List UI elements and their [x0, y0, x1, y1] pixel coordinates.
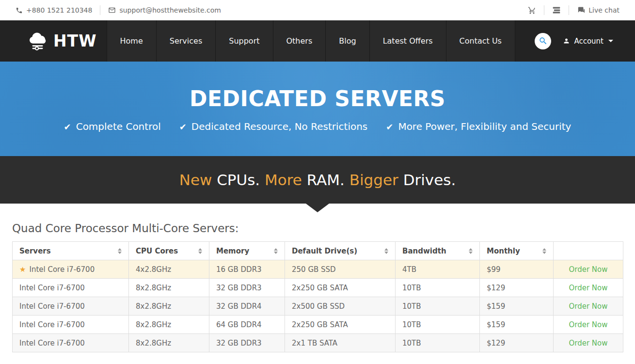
table-row: Intel Core i7-6700 8x2.8GHz 32 GB DDR3 2… — [13, 279, 623, 297]
monthly-price: $99 — [480, 260, 554, 279]
order-now-link[interactable]: Order Now — [569, 302, 607, 311]
servers-button[interactable] — [552, 6, 561, 14]
divider — [544, 5, 544, 15]
order-now-link[interactable]: Order Now — [569, 265, 607, 274]
nav-item-latest-offers[interactable]: Latest Offers — [369, 20, 446, 62]
phone-link[interactable]: +880 1521 210348 — [16, 6, 92, 14]
cpu-cores-value: 8x2.8GHz — [129, 297, 209, 316]
main-navbar: HTW Home Services Support Others Blog La… — [0, 20, 635, 62]
sort-icon — [274, 248, 278, 254]
live-chat-label: Live chat — [588, 6, 619, 14]
nav-item-contact-us[interactable]: Contact Us — [446, 20, 515, 62]
logo-text: HTW — [53, 33, 97, 49]
feature-item: ✔ Dedicated Resource, No Restrictions — [179, 121, 368, 132]
server-stack-icon — [552, 6, 561, 14]
nav-item-support[interactable]: Support — [215, 20, 272, 62]
table-row: Intel Core i7-6700 8x2.8GHz 64 GB DDR4 2… — [13, 316, 623, 334]
nav-menu: Home Services Support Others Blog Latest… — [107, 20, 515, 62]
server-name: Intel Core i7-6700 — [19, 339, 85, 348]
search-button[interactable] — [535, 33, 551, 49]
monthly-price: $129 — [480, 334, 554, 352]
star-icon: ★ — [19, 265, 26, 274]
banner-pointer — [306, 204, 329, 212]
drives-value: 250 GB SSD — [285, 260, 396, 279]
envelope-icon — [108, 6, 116, 14]
topbar: +880 1521 210348 support@hostthewebsite.… — [0, 0, 635, 20]
promo-banner: New CPUs. More RAM. Bigger Drives. — [0, 156, 635, 204]
cpu-cores-value: 8x2.8GHz — [129, 316, 209, 334]
nav-item-home[interactable]: Home — [107, 20, 156, 62]
col-header-monthly[interactable]: Monthly — [480, 242, 554, 260]
nav-item-blog[interactable]: Blog — [325, 20, 369, 62]
sort-icon — [469, 248, 473, 254]
cart-icon — [528, 6, 536, 15]
divider — [569, 5, 569, 15]
order-now-link[interactable]: Order Now — [569, 320, 607, 329]
bandwidth-value: 10TB — [396, 279, 480, 297]
col-header-order — [554, 242, 623, 260]
sort-icon — [384, 248, 388, 254]
email-link[interactable]: support@hostthewebsite.com — [108, 6, 221, 14]
table-row: Intel Core i7-6700 8x2.8GHz 32 GB DDR4 2… — [13, 297, 623, 316]
live-chat-button[interactable]: Live chat — [577, 6, 619, 15]
server-name: Intel Core i7-6700 — [19, 302, 85, 311]
col-header-servers[interactable]: Servers — [13, 242, 129, 260]
divider — [100, 5, 100, 15]
drives-value: 2x250 GB SATA — [285, 279, 396, 297]
navbar-right: Account — [535, 20, 635, 62]
feature-item: ✔ More Power, Flexibility and Security — [386, 121, 571, 132]
user-icon — [563, 37, 570, 45]
bandwidth-value: 10TB — [396, 297, 480, 316]
account-menu[interactable]: Account — [563, 37, 613, 46]
col-header-bandwidth[interactable]: Bandwidth — [396, 242, 480, 260]
phone-number: +880 1521 210348 — [26, 6, 92, 14]
check-icon: ✔ — [179, 122, 187, 132]
server-name: Intel Core i7-6700 — [19, 284, 85, 292]
main-content: Quad Core Processor Multi-Core Servers: … — [0, 222, 635, 352]
col-header-memory[interactable]: Memory — [209, 242, 285, 260]
search-icon — [539, 36, 548, 46]
server-name: Intel Core i7-6700 — [29, 265, 95, 274]
bandwidth-value: 10TB — [396, 316, 480, 334]
memory-value: 32 GB DDR3 — [209, 279, 285, 297]
monthly-price: $159 — [480, 297, 554, 316]
drives-value: 2x500 GB SSD — [285, 297, 396, 316]
email-address: support@hostthewebsite.com — [119, 6, 221, 14]
sort-icon — [118, 248, 122, 254]
feature-item: ✔ Complete Control — [64, 121, 161, 132]
drives-value: 2x250 GB SATA — [285, 316, 396, 334]
monthly-price: $129 — [480, 279, 554, 297]
table-header-row: Servers CPU Cores Memory Default Drive(s… — [13, 242, 623, 260]
col-header-cpu-cores[interactable]: CPU Cores — [129, 242, 209, 260]
servers-table: Servers CPU Cores Memory Default Drive(s… — [12, 241, 623, 352]
feature-label: Dedicated Resource, No Restrictions — [191, 121, 367, 132]
cpu-cores-value: 8x2.8GHz — [129, 334, 209, 352]
table-row: ★Intel Core i7-6700 4x2.8GHz 16 GB DDR3 … — [13, 260, 623, 279]
cpu-cores-value: 8x2.8GHz — [129, 279, 209, 297]
page-title: DEDICATED SERVERS — [0, 62, 635, 110]
memory-value: 64 GB DDR4 — [209, 316, 285, 334]
sort-icon — [542, 248, 546, 254]
cpu-cores-value: 4x2.8GHz — [129, 260, 209, 279]
nav-item-others[interactable]: Others — [273, 20, 326, 62]
drives-value: 2x1 TB SATA — [285, 334, 396, 352]
chat-icon — [577, 6, 585, 15]
topbar-contact: +880 1521 210348 support@hostthewebsite.… — [16, 5, 221, 15]
memory-value: 32 GB DDR3 — [209, 334, 285, 352]
order-now-link[interactable]: Order Now — [569, 284, 607, 292]
bandwidth-value: 10TB — [396, 334, 480, 352]
nav-item-services[interactable]: Services — [156, 20, 215, 62]
bandwidth-value: 4TB — [396, 260, 480, 279]
promo-banner-text: New CPUs. More RAM. Bigger Drives. — [179, 171, 456, 189]
server-name: Intel Core i7-6700 — [19, 320, 85, 329]
feature-label: More Power, Flexibility and Security — [398, 121, 571, 132]
col-header-default-drives[interactable]: Default Drive(s) — [285, 242, 396, 260]
phone-icon — [16, 7, 23, 14]
table-row: Intel Core i7-6700 8x2.8GHz 32 GB DDR3 2… — [13, 334, 623, 352]
site-logo[interactable]: HTW — [0, 20, 107, 62]
monthly-price: $159 — [480, 316, 554, 334]
order-now-link[interactable]: Order Now — [569, 339, 607, 348]
feature-label: Complete Control — [76, 121, 161, 132]
hero-section: DEDICATED SERVERS ✔ Complete Control ✔ D… — [0, 62, 635, 156]
cart-button[interactable] — [528, 6, 536, 15]
